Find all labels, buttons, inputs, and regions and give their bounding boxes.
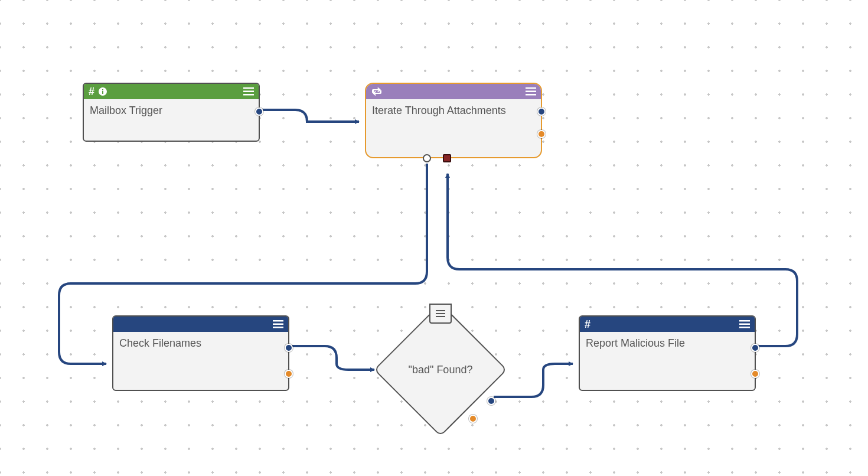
- svg-rect-4: [243, 91, 254, 93]
- decision-label: "bad" Found?: [409, 364, 473, 376]
- node-iterate-attachments[interactable]: Iterate Through Attachments: [365, 83, 542, 158]
- node-check-filenames[interactable]: Check Filenames: [112, 315, 289, 391]
- output-port-success[interactable]: [285, 344, 293, 352]
- hash-icon: #: [585, 319, 590, 330]
- output-port-true[interactable]: [487, 397, 495, 405]
- node-label: Iterate Through Attachments: [366, 99, 541, 151]
- node-header[interactable]: #: [84, 84, 259, 99]
- svg-rect-6: [526, 87, 536, 89]
- loop-error-port[interactable]: [443, 154, 451, 162]
- svg-rect-11: [273, 327, 283, 328]
- svg-rect-12: [436, 310, 445, 311]
- node-decision-bad-found[interactable]: "bad" Found?: [376, 305, 505, 435]
- node-header[interactable]: #: [580, 317, 755, 332]
- output-port-success[interactable]: [255, 107, 263, 116]
- edge-mailbox-to-iterate: [260, 110, 359, 122]
- svg-rect-10: [273, 324, 283, 325]
- svg-rect-9: [273, 320, 283, 322]
- menu-icon[interactable]: [243, 87, 254, 96]
- node-label: Report Malicious File: [580, 332, 755, 367]
- svg-rect-15: [739, 320, 750, 322]
- hash-icon: #: [89, 86, 94, 97]
- node-report-malicious[interactable]: # Report Malicious File: [579, 315, 756, 391]
- output-port-success[interactable]: [537, 107, 546, 116]
- svg-rect-1: [102, 91, 103, 94]
- edge-check-to-decision: [289, 346, 374, 370]
- node-label: Check Filenames: [113, 332, 288, 367]
- menu-icon[interactable]: [526, 87, 536, 96]
- menu-icon[interactable]: [273, 320, 283, 328]
- workflow-canvas[interactable]: # Mailbox Trigger Iterate Through Att: [0, 0, 868, 476]
- loop-icon: [371, 87, 383, 96]
- decision-tab[interactable]: [429, 304, 452, 324]
- node-label: Mailbox Trigger: [84, 99, 259, 135]
- output-port-failure[interactable]: [751, 370, 759, 378]
- svg-rect-5: [243, 94, 254, 96]
- menu-icon[interactable]: [739, 320, 750, 328]
- output-port-false[interactable]: [469, 415, 477, 423]
- info-icon[interactable]: [98, 87, 107, 96]
- svg-rect-16: [739, 324, 750, 325]
- output-port-success[interactable]: [751, 344, 759, 352]
- svg-rect-7: [526, 91, 536, 93]
- svg-rect-13: [436, 313, 445, 314]
- svg-rect-2: [102, 89, 103, 90]
- svg-rect-8: [526, 94, 536, 96]
- edge-decision-to-report: [494, 364, 573, 397]
- node-header[interactable]: [366, 84, 541, 99]
- node-header[interactable]: [113, 317, 288, 332]
- node-mailbox-trigger[interactable]: # Mailbox Trigger: [83, 83, 260, 142]
- loop-out-port[interactable]: [423, 154, 431, 162]
- output-port-failure[interactable]: [537, 130, 546, 138]
- svg-rect-3: [243, 87, 254, 89]
- svg-rect-14: [436, 316, 445, 317]
- output-port-failure[interactable]: [285, 370, 293, 378]
- svg-rect-17: [739, 327, 750, 328]
